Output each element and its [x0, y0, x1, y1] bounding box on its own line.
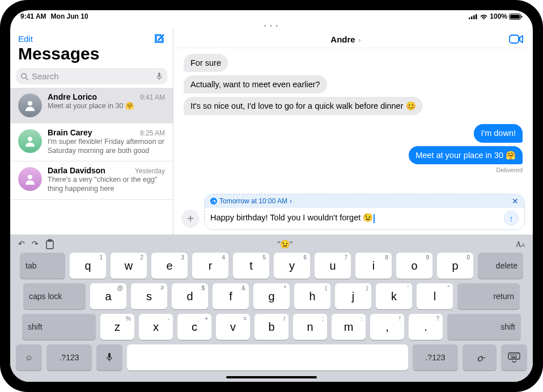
facetime-icon[interactable]: [509, 34, 524, 44]
conversation-name: Darla Davidson: [48, 166, 105, 175]
key-.[interactable]: ?.: [409, 314, 443, 340]
text-format-icon[interactable]: AA: [516, 240, 525, 249]
key-l[interactable]: "l: [417, 283, 453, 309]
status-bar: 9:41 AM Mon Jun 10 100%: [10, 10, 533, 22]
return-key[interactable]: return: [457, 283, 520, 309]
key-b[interactable]: /b: [254, 314, 289, 340]
key-k[interactable]: 'k: [376, 283, 412, 309]
keyboard-suggestion[interactable]: "😉": [54, 240, 516, 249]
conversation-item-andre[interactable]: Andre Lorico 9:41 AM Meet at your place …: [10, 88, 173, 123]
clipboard-icon[interactable]: [45, 239, 54, 249]
key-p[interactable]: 0p: [437, 253, 473, 279]
multitask-dots[interactable]: • • •: [10, 23, 533, 29]
svg-point-13: [28, 175, 32, 180]
dictation-key[interactable]: [96, 344, 122, 370]
compose-box[interactable]: ◔ Tomorrow at 10:00 AM › ✕ Happy birthda…: [204, 194, 525, 230]
key-v[interactable]: =v: [216, 314, 250, 340]
avatar: [18, 93, 42, 117]
svg-rect-23: [515, 355, 516, 356]
svg-rect-28: [516, 356, 517, 357]
conversation-item-darla[interactable]: Darla Davidson Yesterday There's a very …: [10, 161, 173, 199]
key-h[interactable]: (h: [294, 283, 330, 309]
svg-rect-14: [510, 35, 519, 43]
conversation-list: Andre Lorico 9:41 AM Meet at your place …: [10, 88, 173, 235]
avatar: [18, 167, 42, 191]
key-,[interactable]: !,: [370, 314, 404, 340]
message-outgoing[interactable]: Meet at your place in 30 🤗: [409, 146, 523, 164]
key-u[interactable]: 7u: [315, 253, 351, 279]
redo-icon[interactable]: ↷: [32, 239, 39, 249]
key-j[interactable]: )j: [335, 283, 371, 309]
scheduled-text: Tomorrow at 10:00 AM: [219, 197, 287, 205]
key-m[interactable]: :m: [332, 314, 366, 340]
sidebar: Edit Messages Search: [10, 29, 173, 235]
edit-button[interactable]: Edit: [18, 34, 33, 44]
send-button[interactable]: ↑: [504, 211, 519, 225]
chat-title[interactable]: Andre ›: [330, 35, 360, 44]
clock-icon: ◔: [210, 198, 217, 204]
hide-keyboard-key[interactable]: [501, 344, 527, 370]
conversation-name: Andre Lorico: [48, 92, 97, 101]
svg-rect-27: [514, 356, 515, 357]
delete-key[interactable]: delete: [478, 253, 523, 279]
key-z[interactable]: %z: [100, 314, 134, 340]
numbers-key-left[interactable]: .?123: [46, 344, 92, 370]
key-y[interactable]: 6y: [274, 253, 310, 279]
scheduled-send-chip[interactable]: ◔ Tomorrow at 10:00 AM › ✕: [205, 194, 524, 208]
numbers-key-right[interactable]: .?123: [413, 344, 458, 370]
emoji-key[interactable]: ☺: [16, 344, 42, 370]
conversation-time: Yesterday: [135, 167, 165, 175]
compose-text[interactable]: Happy birthday! Told you I wouldn't forg…: [210, 213, 504, 223]
key-d[interactable]: $d: [172, 283, 208, 309]
compose-icon[interactable]: [154, 33, 165, 44]
wifi-icon: [480, 14, 488, 20]
message-incoming[interactable]: Actually, want to meet even earlier?: [184, 75, 327, 93]
svg-point-12: [28, 137, 32, 142]
conversation-item-brain[interactable]: Brain Carey 8:25 AM I'm super flexible! …: [10, 123, 173, 161]
key-f[interactable]: &f: [213, 283, 249, 309]
key-t[interactable]: 5t: [233, 253, 269, 279]
attachments-button[interactable]: +: [181, 210, 200, 228]
keyboard: ↶ ↷ "😉" AA tab 1q2w3e4r5t6y7u8i9o0pdelet…: [10, 235, 533, 382]
chat-body[interactable]: For sure Actually, want to meet even ear…: [173, 48, 533, 190]
message-incoming[interactable]: For sure: [184, 54, 228, 72]
handwriting-key[interactable]: 𝓸: [463, 344, 497, 370]
tab-key[interactable]: tab: [20, 253, 65, 279]
svg-rect-1: [471, 16, 473, 19]
sidebar-title: Messages: [10, 44, 173, 66]
key-q[interactable]: 1q: [70, 253, 106, 279]
message-incoming[interactable]: It's so nice out, I'd love to go for a q…: [184, 97, 423, 115]
key-c[interactable]: +c: [177, 314, 211, 340]
svg-rect-20: [510, 355, 511, 356]
svg-line-8: [26, 78, 28, 80]
svg-rect-21: [512, 355, 513, 356]
space-key[interactable]: [127, 344, 408, 370]
key-s[interactable]: #s: [131, 283, 167, 309]
key-x[interactable]: -x: [139, 314, 173, 340]
svg-rect-15: [46, 241, 53, 249]
key-o[interactable]: 9o: [396, 253, 432, 279]
shift-key-right[interactable]: shift: [447, 314, 521, 340]
shift-key-left[interactable]: shift: [22, 314, 96, 340]
message-outgoing[interactable]: I'm down!: [474, 124, 523, 142]
key-r[interactable]: 4r: [192, 253, 228, 279]
conversation-preview: There's a very "chicken or the egg" thin…: [48, 176, 165, 193]
conversation-time: 9:41 AM: [140, 93, 165, 101]
key-n[interactable]: ;n: [293, 314, 327, 340]
key-i[interactable]: 8i: [355, 253, 392, 279]
search-input[interactable]: Search: [16, 68, 167, 84]
svg-rect-26: [512, 356, 514, 357]
capslock-key[interactable]: caps lock: [23, 283, 86, 309]
battery-icon: [509, 14, 523, 20]
undo-icon[interactable]: ↶: [18, 239, 25, 249]
key-e[interactable]: 3e: [151, 253, 188, 279]
key-a[interactable]: @a: [90, 283, 126, 309]
key-w[interactable]: 2w: [111, 253, 147, 279]
svg-rect-6: [521, 15, 523, 18]
svg-rect-29: [511, 357, 517, 359]
home-indicator[interactable]: [226, 376, 317, 378]
search-placeholder: Search: [32, 71, 156, 81]
key-g[interactable]: *g: [253, 283, 290, 309]
cancel-schedule-button[interactable]: ✕: [512, 197, 519, 206]
dictate-icon[interactable]: [156, 72, 163, 81]
